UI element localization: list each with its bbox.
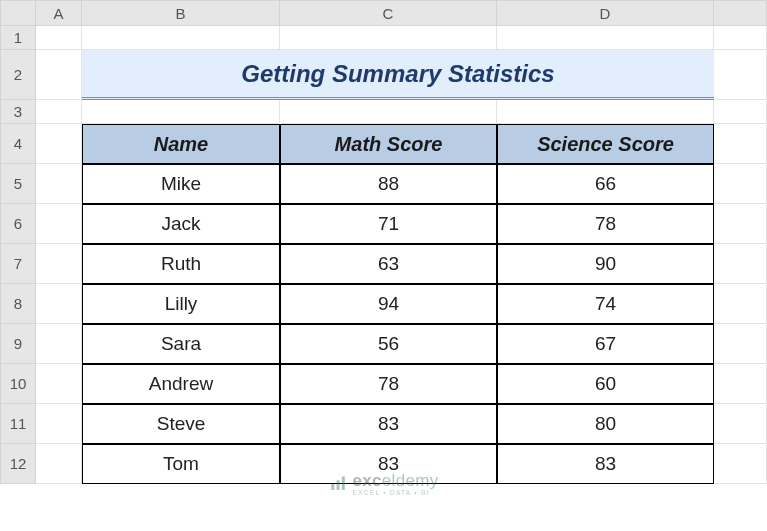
- table-header-math[interactable]: Math Score: [280, 124, 497, 164]
- table-cell-name[interactable]: Andrew: [82, 364, 280, 404]
- cell[interactable]: [714, 164, 767, 204]
- cell[interactable]: [280, 26, 497, 50]
- row-header-6[interactable]: 6: [0, 204, 36, 244]
- table-cell-name[interactable]: Mike: [82, 164, 280, 204]
- cell[interactable]: [714, 364, 767, 404]
- cell[interactable]: [36, 100, 82, 124]
- table-cell-math[interactable]: 78: [280, 364, 497, 404]
- row-header-2[interactable]: 2: [0, 50, 36, 100]
- cell[interactable]: [36, 404, 82, 444]
- cell[interactable]: [36, 26, 82, 50]
- cell[interactable]: [714, 444, 767, 484]
- row-header-5[interactable]: 5: [0, 164, 36, 204]
- table-cell-science[interactable]: 83: [497, 444, 714, 484]
- row-header-3[interactable]: 3: [0, 100, 36, 124]
- cell[interactable]: [497, 100, 714, 124]
- table-cell-name[interactable]: Steve: [82, 404, 280, 444]
- row-header-10[interactable]: 10: [0, 364, 36, 404]
- table-cell-science[interactable]: 80: [497, 404, 714, 444]
- row-header-8[interactable]: 8: [0, 284, 36, 324]
- cell[interactable]: [36, 124, 82, 164]
- table-cell-science[interactable]: 67: [497, 324, 714, 364]
- table-cell-math[interactable]: 83: [280, 444, 497, 484]
- cell[interactable]: [36, 444, 82, 484]
- row-header-12[interactable]: 12: [0, 444, 36, 484]
- col-header-A[interactable]: A: [36, 0, 82, 26]
- cell[interactable]: [82, 26, 280, 50]
- col-header-next[interactable]: [714, 0, 767, 26]
- table-cell-science[interactable]: 66: [497, 164, 714, 204]
- cell[interactable]: [714, 244, 767, 284]
- table-header-science[interactable]: Science Score: [497, 124, 714, 164]
- table-cell-name[interactable]: Ruth: [82, 244, 280, 284]
- cell[interactable]: [714, 324, 767, 364]
- row-header-1[interactable]: 1: [0, 26, 36, 50]
- col-header-B[interactable]: B: [82, 0, 280, 26]
- table-cell-math[interactable]: 88: [280, 164, 497, 204]
- cell[interactable]: [36, 244, 82, 284]
- cell[interactable]: [82, 100, 280, 124]
- cell[interactable]: [714, 124, 767, 164]
- table-header-name[interactable]: Name: [82, 124, 280, 164]
- cell[interactable]: [36, 324, 82, 364]
- select-all-corner[interactable]: [0, 0, 36, 26]
- table-cell-math[interactable]: 56: [280, 324, 497, 364]
- cell[interactable]: [714, 50, 767, 100]
- table-cell-science[interactable]: 74: [497, 284, 714, 324]
- cell[interactable]: [714, 284, 767, 324]
- row-header-9[interactable]: 9: [0, 324, 36, 364]
- cell[interactable]: [497, 26, 714, 50]
- table-cell-name[interactable]: Tom: [82, 444, 280, 484]
- cell[interactable]: [36, 204, 82, 244]
- cell[interactable]: [36, 50, 82, 100]
- row-header-11[interactable]: 11: [0, 404, 36, 444]
- table-cell-math[interactable]: 94: [280, 284, 497, 324]
- table-cell-name[interactable]: Sara: [82, 324, 280, 364]
- table-cell-science[interactable]: 78: [497, 204, 714, 244]
- table-cell-math[interactable]: 83: [280, 404, 497, 444]
- cell[interactable]: [714, 26, 767, 50]
- cell[interactable]: [714, 204, 767, 244]
- cell[interactable]: [36, 364, 82, 404]
- table-cell-math[interactable]: 63: [280, 244, 497, 284]
- col-header-C[interactable]: C: [280, 0, 497, 26]
- page-title[interactable]: Getting Summary Statistics: [82, 50, 714, 100]
- cell[interactable]: [36, 284, 82, 324]
- row-header-7[interactable]: 7: [0, 244, 36, 284]
- table-cell-math[interactable]: 71: [280, 204, 497, 244]
- cell[interactable]: [280, 100, 497, 124]
- cell[interactable]: [36, 164, 82, 204]
- cell[interactable]: [714, 100, 767, 124]
- cell[interactable]: [714, 404, 767, 444]
- table-cell-name[interactable]: Jack: [82, 204, 280, 244]
- table-cell-name[interactable]: Lilly: [82, 284, 280, 324]
- table-cell-science[interactable]: 60: [497, 364, 714, 404]
- table-cell-science[interactable]: 90: [497, 244, 714, 284]
- col-header-D[interactable]: D: [497, 0, 714, 26]
- spreadsheet-grid: A B C D 1 2 3 4 5 6 7 8 9 10 11 12 Getti…: [0, 0, 767, 531]
- row-header-4[interactable]: 4: [0, 124, 36, 164]
